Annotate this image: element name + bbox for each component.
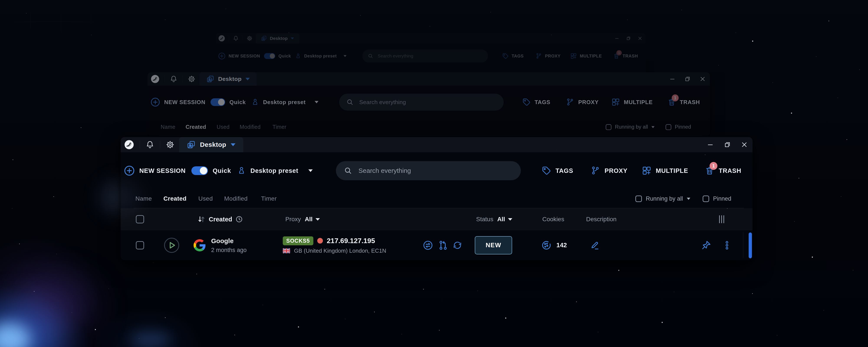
running-filter[interactable]: Running by all [636, 195, 690, 202]
sync-session-button[interactable] [452, 240, 463, 251]
proxy-nodes-icon [535, 53, 542, 59]
pinned-checkbox[interactable] [703, 195, 709, 202]
tab-desktop: Desktop [256, 33, 299, 43]
sort-created-header[interactable]: Created [197, 215, 243, 224]
titlebar: Desktop [216, 33, 646, 43]
chevron-down-icon[interactable] [508, 218, 512, 221]
proxy-button: PROXY [566, 98, 599, 106]
view-tab-name: Name [161, 124, 176, 130]
multiple-windows-icon [570, 53, 577, 59]
new-session-button: NEW SESSION [218, 52, 260, 60]
view-tab-timer[interactable]: Timer [261, 195, 277, 202]
session-created: 2 months ago [211, 247, 247, 253]
chevron-down-icon[interactable] [687, 197, 690, 200]
search-input[interactable] [358, 167, 518, 175]
table-header: Created Proxy All Status All Cookies Des… [121, 208, 752, 230]
view-tab-modified[interactable]: Modified [224, 195, 248, 202]
cookie-icon [541, 240, 552, 251]
row-menu-button[interactable] [722, 239, 732, 251]
multiple-button: MULTIPLE [612, 98, 653, 106]
cookies-cell[interactable]: 142 [541, 240, 567, 251]
session-name: Google [211, 237, 247, 245]
restore-button [626, 35, 631, 41]
tab-label: Desktop [270, 36, 287, 41]
settings-gear-icon[interactable] [166, 140, 175, 149]
session-row[interactable]: Google 2 months ago SOCKS5 217.69.127.19… [121, 230, 752, 260]
sort-arrows-icon [197, 215, 206, 224]
proxy-button: PROXY [535, 53, 560, 59]
chevron-down-icon [245, 77, 250, 80]
new-session-label: NEW SESSION [139, 167, 186, 175]
nebula-glow [130, 332, 172, 347]
select-all-checkbox[interactable] [136, 215, 144, 223]
minimize-button [669, 75, 676, 83]
titlebar[interactable]: Desktop [121, 137, 752, 152]
preset-dropdown: Desktop preset [251, 98, 318, 106]
pin-session-button[interactable] [701, 240, 711, 251]
search-box [362, 50, 488, 62]
view-tab-used[interactable]: Used [198, 195, 213, 202]
nebula-glow [24, 280, 95, 334]
notifications-bell-icon[interactable] [146, 140, 154, 149]
plus-circle-icon [150, 97, 160, 107]
tags-button: TAGS [522, 98, 551, 106]
chevron-down-icon[interactable] [308, 169, 313, 172]
starfield [0, 0, 0, 0]
chevron-down-icon[interactable] [315, 218, 320, 221]
search-box [339, 94, 504, 111]
row-checkbox[interactable] [136, 241, 144, 249]
quick-label: Quick [213, 167, 231, 175]
trash-badge: 1 [672, 94, 679, 101]
close-button[interactable] [740, 140, 749, 149]
chevron-down-icon[interactable] [231, 144, 236, 146]
notifications-bell-icon [170, 75, 178, 83]
pinned-checkbox [665, 124, 672, 130]
restore-button[interactable] [723, 140, 732, 149]
trash-button[interactable]: 1 TRASH [705, 165, 741, 176]
person-icon [251, 98, 259, 106]
proxy-type-badge: SOCKS5 [283, 236, 313, 245]
ghost-window-far[interactable]: Desktop NEW SESSION Quick Desktop preset [216, 33, 655, 72]
column-divider [743, 232, 743, 258]
edit-description-button[interactable] [590, 240, 600, 251]
plus-circle-icon [124, 165, 135, 176]
play-session-button[interactable] [164, 238, 180, 253]
proxy-button[interactable]: PROXY [591, 166, 627, 176]
running-checkbox[interactable] [636, 195, 642, 202]
trash-badge: 1 [710, 162, 717, 170]
columns-settings-icon[interactable] [719, 215, 724, 223]
clone-session-button[interactable] [438, 240, 448, 251]
preset-dropdown[interactable]: Desktop preset [237, 166, 313, 175]
status-badge[interactable]: NEW [475, 236, 512, 254]
view-tab-created[interactable]: Created [163, 195, 186, 202]
running-checkbox [606, 124, 612, 130]
ghost-window-mid[interactable]: Desktop NEW SESSION Quick Desktop preset [148, 72, 724, 136]
proxy-status-dot [317, 238, 323, 244]
swap-session-button[interactable] [423, 240, 433, 251]
minimize-button [614, 35, 620, 41]
status-filter[interactable]: Status All [476, 216, 512, 223]
tags-button[interactable]: TAGS [541, 166, 573, 176]
tab-label: Desktop [200, 141, 226, 148]
pinned-filter[interactable]: Pinned [703, 195, 731, 202]
chevron-down-icon [651, 126, 654, 128]
view-tab-timer: Timer [273, 124, 286, 130]
proxy-filter[interactable]: Proxy All [285, 216, 320, 223]
scrollbar[interactable] [749, 232, 752, 258]
multiple-label: MULTIPLE [656, 167, 688, 175]
multiple-button[interactable]: MULTIPLE [642, 166, 688, 176]
quick-toggle[interactable] [191, 166, 208, 175]
view-tab-modified: Modified [240, 124, 260, 130]
sessions-icon [261, 35, 267, 41]
trash-label: TRASH [719, 167, 741, 175]
main-window: Desktop NEW SESSION Quick Desktop preset [121, 137, 752, 260]
sessions-icon [187, 140, 195, 149]
tab-desktop[interactable]: Desktop [179, 137, 243, 152]
minimize-button[interactable] [706, 140, 715, 149]
search-box[interactable] [336, 161, 521, 180]
tags-button: TAGS [502, 53, 524, 59]
trash-button: 1 TRASH [613, 53, 638, 60]
proxy-nodes-icon [591, 166, 600, 176]
new-session-button[interactable]: NEW SESSION [124, 165, 186, 176]
view-tab-name[interactable]: Name [135, 195, 152, 202]
